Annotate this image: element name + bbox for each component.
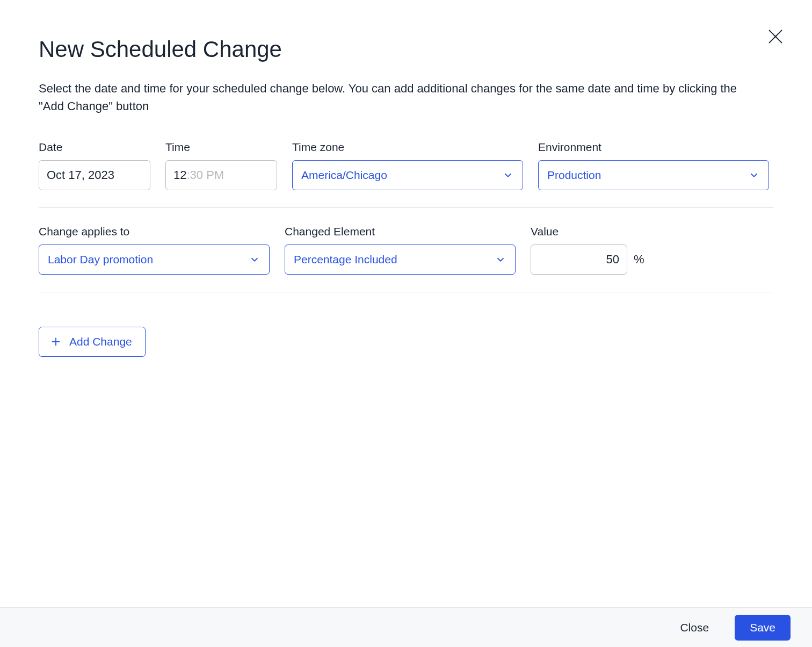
divider	[39, 292, 773, 292]
value-label: Value	[531, 225, 644, 238]
time-label: Time	[165, 141, 277, 154]
timezone-group: Time zone America/Chicago	[292, 141, 523, 190]
environment-value: Production	[547, 169, 601, 182]
add-change-label: Add Change	[69, 335, 132, 348]
time-input[interactable]: 12:30 PM	[165, 160, 277, 190]
timezone-select[interactable]: America/Chicago	[292, 160, 523, 190]
applies-group: Change applies to Labor Day promotion	[39, 225, 270, 275]
time-group: Time 12:30 PM	[165, 141, 277, 190]
change-row: Change applies to Labor Day promotion Ch…	[39, 225, 773, 275]
close-icon	[766, 27, 785, 46]
element-group: Changed Element Percentage Included	[285, 225, 516, 275]
environment-label: Environment	[538, 141, 769, 154]
date-label: Date	[39, 141, 150, 154]
modal-title: New Scheduled Change	[39, 37, 773, 62]
plus-icon	[50, 336, 62, 348]
chevron-down-icon	[502, 169, 514, 181]
modal-content: New Scheduled Change Select the date and…	[0, 0, 812, 607]
chevron-down-icon	[249, 254, 260, 265]
element-select[interactable]: Percentage Included	[285, 245, 516, 275]
value-input[interactable]	[531, 245, 627, 275]
save-button[interactable]: Save	[735, 615, 791, 641]
applies-value: Labor Day promotion	[48, 253, 153, 266]
time-placeholder: :30 PM	[186, 168, 224, 182]
applies-label: Change applies to	[39, 225, 270, 238]
value-suffix: %	[634, 253, 644, 267]
close-button[interactable]: Close	[671, 616, 717, 639]
divider	[39, 207, 773, 208]
date-group: Date	[39, 141, 150, 190]
timezone-value: America/Chicago	[301, 169, 387, 182]
chevron-down-icon	[748, 169, 760, 181]
add-change-button[interactable]: Add Change	[39, 327, 146, 357]
applies-select[interactable]: Labor Day promotion	[39, 245, 270, 275]
chevron-down-icon	[495, 254, 506, 265]
value-wrapper: %	[531, 245, 644, 275]
date-input[interactable]	[39, 160, 150, 190]
timezone-label: Time zone	[292, 141, 523, 154]
element-label: Changed Element	[285, 225, 516, 238]
modal-description: Select the date and time for your schedu…	[39, 80, 748, 115]
close-x-button[interactable]	[765, 26, 786, 47]
environment-group: Environment Production	[538, 141, 769, 190]
element-value: Percentage Included	[294, 253, 397, 266]
schedule-row: Date Time 12:30 PM Time zone America/Chi…	[39, 141, 773, 190]
time-hour: 12	[173, 168, 186, 182]
environment-select[interactable]: Production	[538, 160, 769, 190]
value-group: Value %	[531, 225, 644, 275]
modal-footer: Close Save	[0, 607, 812, 647]
